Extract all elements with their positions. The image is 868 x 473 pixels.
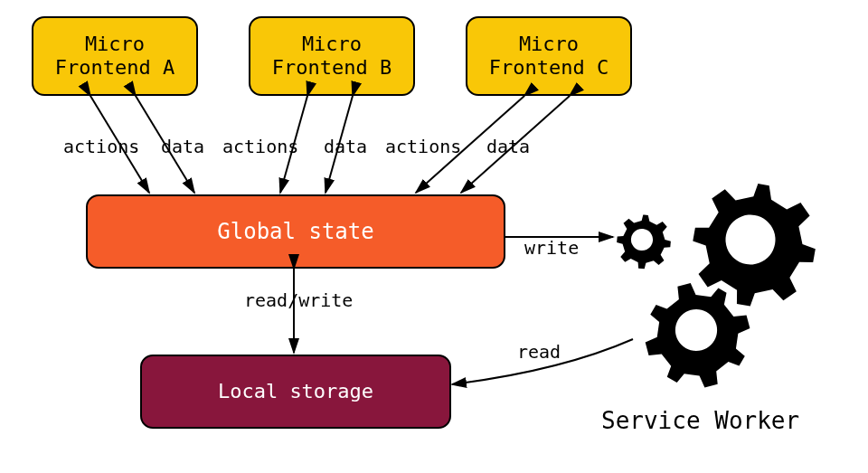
micro-frontend-c-label: Micro Frontend C [489, 33, 609, 80]
global-state-label: Global state [217, 219, 373, 245]
edge-data-a: data [161, 136, 204, 157]
micro-frontend-b: Micro Frontend B [249, 16, 415, 96]
micro-frontend-b-label: Micro Frontend B [272, 33, 392, 80]
edge-actions-b: actions [222, 136, 298, 157]
local-storage: Local storage [140, 355, 451, 429]
gears-icon [615, 176, 832, 398]
micro-frontend-c: Micro Frontend C [466, 16, 632, 96]
edge-actions-c: actions [385, 136, 461, 157]
micro-frontend-a: Micro Frontend A [32, 16, 198, 96]
edge-data-c: data [486, 136, 530, 157]
global-state: Global state [86, 194, 505, 269]
local-storage-label: Local storage [218, 380, 373, 403]
micro-frontend-a-label: Micro Frontend A [55, 33, 175, 80]
edge-write: write [524, 237, 579, 259]
edge-read: read [517, 341, 561, 363]
edge-data-b: data [324, 136, 367, 157]
edge-actions-a: actions [63, 136, 139, 157]
service-worker-label: Service Worker [601, 407, 799, 434]
edge-read-write: read/write [244, 289, 353, 311]
